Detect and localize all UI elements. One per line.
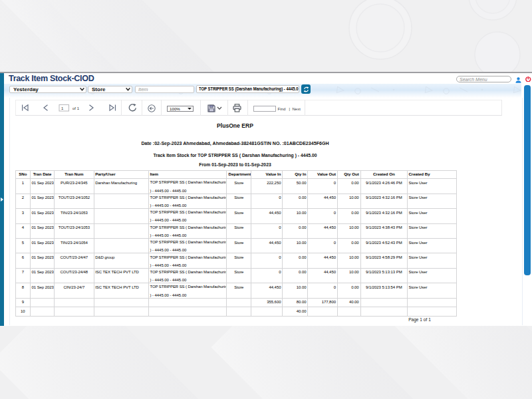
svg-text:of 1: of 1 [72, 106, 80, 110]
